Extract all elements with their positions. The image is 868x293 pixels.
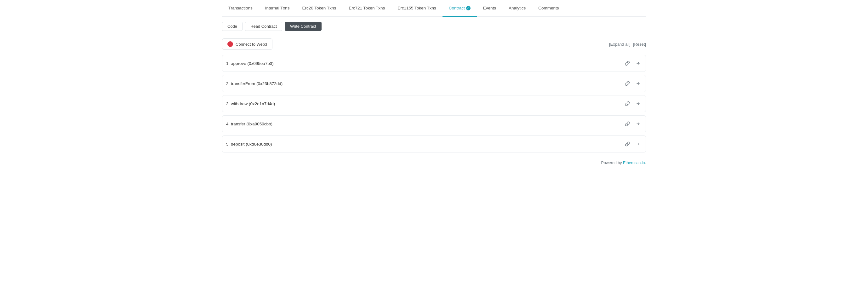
contract-item: 4. transfer (0xa9059cbb) bbox=[222, 115, 646, 132]
tab-contract-label: Contract bbox=[449, 6, 465, 10]
arrow-icon-button-5[interactable] bbox=[634, 141, 642, 147]
verified-icon: ✓ bbox=[466, 6, 470, 10]
contract-item-label: 4. transfer (0xa9059cbb) bbox=[226, 122, 273, 126]
link-icon bbox=[625, 121, 630, 126]
contract-item-actions bbox=[624, 80, 642, 87]
contract-item-label: 3. withdraw (0x2e1a7d4d) bbox=[226, 101, 275, 106]
contract-item-actions bbox=[624, 60, 642, 66]
link-icon bbox=[625, 101, 630, 106]
footer: Powered by Etherscan.io. bbox=[222, 156, 646, 168]
code-button[interactable]: Code bbox=[222, 22, 243, 31]
link-icon-button-2[interactable] bbox=[624, 80, 631, 87]
action-links: [Expand all] [Reset] bbox=[609, 42, 646, 47]
link-icon bbox=[625, 61, 630, 66]
tab-erc1155-token-txns[interactable]: Erc1155 Token Txns bbox=[391, 0, 442, 17]
arrow-icon-button-4[interactable] bbox=[634, 121, 642, 127]
arrow-right-icon bbox=[636, 81, 641, 86]
tab-nav: Transactions Internal Txns Erc20 Token T… bbox=[222, 0, 646, 17]
contract-item-label: 2. transferFrom (0x23b872dd) bbox=[226, 81, 282, 86]
contract-item-actions bbox=[624, 100, 642, 107]
tab-comments[interactable]: Comments bbox=[532, 0, 565, 17]
arrow-icon-button-1[interactable] bbox=[634, 60, 642, 66]
read-contract-button[interactable]: Read Contract bbox=[245, 22, 282, 31]
arrow-icon-button-3[interactable] bbox=[634, 100, 642, 107]
contract-list: 1. approve (0x095ea7b3) 2. transferFrom … bbox=[222, 55, 646, 156]
connect-label: Connect to Web3 bbox=[236, 42, 267, 47]
link-icon-button-1[interactable] bbox=[624, 60, 631, 66]
arrow-right-icon bbox=[636, 142, 641, 146]
link-icon bbox=[625, 81, 630, 86]
contract-item-label: 1. approve (0x095ea7b3) bbox=[226, 61, 274, 66]
expand-all-link[interactable]: [Expand all] bbox=[609, 42, 630, 47]
link-icon-button-4[interactable] bbox=[624, 121, 631, 127]
reset-link[interactable]: [Reset] bbox=[633, 42, 646, 47]
link-icon-button-5[interactable] bbox=[624, 141, 631, 147]
tab-contract[interactable]: Contract ✓ bbox=[442, 0, 477, 17]
link-icon-button-3[interactable] bbox=[624, 100, 631, 107]
write-contract-button[interactable]: Write Contract bbox=[285, 22, 321, 31]
etherscan-link[interactable]: Etherscan.io bbox=[623, 161, 645, 165]
contract-item: 5. deposit (0xd0e30db0) bbox=[222, 136, 646, 152]
tab-erc20-token-txns[interactable]: Erc20 Token Txns bbox=[296, 0, 343, 17]
tab-transactions[interactable]: Transactions bbox=[222, 0, 259, 17]
connect-bar: Connect to Web3 [Expand all] [Reset] bbox=[222, 35, 646, 55]
connect-icon bbox=[227, 41, 233, 47]
connect-web3-button[interactable]: Connect to Web3 bbox=[222, 38, 273, 50]
contract-item-label: 5. deposit (0xd0e30db0) bbox=[226, 142, 272, 146]
contract-item: 1. approve (0x095ea7b3) bbox=[222, 55, 646, 72]
tab-analytics[interactable]: Analytics bbox=[502, 0, 532, 17]
contract-item-actions bbox=[624, 141, 642, 147]
arrow-right-icon bbox=[636, 121, 641, 126]
contract-item: 2. transferFrom (0x23b872dd) bbox=[222, 75, 646, 92]
arrow-right-icon bbox=[636, 101, 641, 106]
link-icon bbox=[625, 142, 630, 146]
sub-buttons: Code Read Contract Write Contract bbox=[222, 17, 646, 35]
tab-events[interactable]: Events bbox=[477, 0, 502, 17]
tab-erc721-token-txns[interactable]: Erc721 Token Txns bbox=[342, 0, 391, 17]
powered-by-text: Powered by bbox=[601, 161, 623, 165]
arrow-icon-button-2[interactable] bbox=[634, 80, 642, 87]
arrow-right-icon bbox=[636, 61, 641, 66]
tab-internal-txns[interactable]: Internal Txns bbox=[259, 0, 296, 17]
contract-item-actions bbox=[624, 121, 642, 127]
footer-suffix: . bbox=[645, 161, 646, 165]
contract-item: 3. withdraw (0x2e1a7d4d) bbox=[222, 95, 646, 112]
